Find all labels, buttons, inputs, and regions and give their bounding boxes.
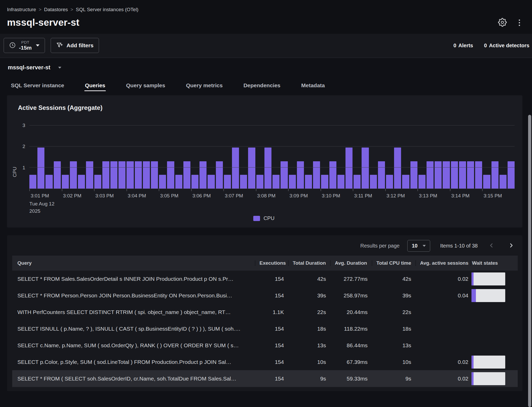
scrollbar-thumb[interactable] bbox=[528, 115, 531, 407]
chart-bar bbox=[272, 175, 280, 189]
entity-name: mssql-server-st bbox=[8, 64, 50, 71]
x-axis: Tue Aug 12 2025 3:01 PM3:02 PM3:03 PM3:0… bbox=[29, 189, 515, 215]
tab-queries[interactable]: Queries bbox=[84, 82, 106, 95]
x-tick-label: 3:05 PM bbox=[159, 193, 178, 199]
table-row[interactable]: WITH PerfCounters SELECT DISTINCT RTRIM … bbox=[12, 304, 518, 321]
add-filters-label: Add filters bbox=[66, 42, 94, 49]
x-tick bbox=[29, 189, 30, 191]
breadcrumb-infrastructure[interactable]: Infrastructure bbox=[7, 7, 36, 12]
chart-bar bbox=[329, 161, 336, 189]
x-tick bbox=[321, 189, 321, 191]
wait-states-bar bbox=[471, 372, 505, 385]
avg-duration-cell: 20.44ms bbox=[330, 309, 372, 315]
x-tick-label: 3:10 PM bbox=[321, 193, 340, 199]
column-header-wait-states[interactable]: Wait states bbox=[470, 260, 518, 266]
chart-bar bbox=[175, 175, 182, 189]
column-header-avg-duration[interactable]: Avg. Duration bbox=[330, 260, 372, 266]
x-tick-label: 3:11 PM bbox=[353, 193, 372, 199]
chart-bar bbox=[289, 175, 296, 189]
next-page-button[interactable] bbox=[505, 241, 517, 251]
table-row[interactable]: SELECT * FROM Sales.SalesOrderDetail s I… bbox=[12, 271, 518, 287]
chart-bar bbox=[151, 161, 158, 189]
chart-bar bbox=[37, 148, 44, 189]
avg-active-sessions-cell: 0.02 bbox=[415, 376, 470, 382]
chart-legend[interactable]: CPU bbox=[13, 215, 515, 221]
chart-bar bbox=[62, 175, 69, 189]
y-tick-label: 3 bbox=[17, 122, 25, 129]
x-tick-label: 3:14 PM bbox=[450, 193, 470, 199]
column-header-total-duration[interactable]: Total Duration bbox=[288, 260, 330, 266]
column-header-avg-active-sessions[interactable]: Avg. active sessions bbox=[415, 260, 470, 266]
column-header-executions[interactable]: Executions bbox=[255, 260, 288, 266]
chart-bar bbox=[508, 161, 515, 189]
chart-bar bbox=[248, 148, 255, 189]
chart-bar bbox=[281, 161, 288, 189]
x-tick bbox=[127, 189, 127, 191]
alerts-count[interactable]: 0Alerts bbox=[453, 43, 473, 49]
clock-icon bbox=[9, 42, 16, 49]
table-row[interactable]: SELECT p.Color, p.Style, SUM ( sod.LineT… bbox=[12, 354, 518, 370]
chart-bar bbox=[256, 175, 263, 189]
total-cpu-time-cell: 39s bbox=[372, 292, 415, 299]
chart-bar bbox=[378, 161, 385, 189]
x-date-line1: Tue Aug 12 bbox=[29, 200, 54, 208]
executions-cell: 154 bbox=[255, 342, 288, 349]
breadcrumb-separator: > bbox=[70, 7, 73, 12]
total-cpu-time-cell: 22s bbox=[372, 309, 415, 315]
add-filters-button[interactable]: Add filters bbox=[51, 38, 99, 53]
total-cpu-time-cell: 42s bbox=[372, 276, 415, 282]
x-tick bbox=[353, 189, 353, 191]
time-range-picker[interactable]: PDT -15m bbox=[4, 38, 45, 53]
gear-icon bbox=[498, 18, 507, 28]
x-tick-label: 3:09 PM bbox=[288, 193, 308, 199]
total-cpu-time-cell: 18s bbox=[372, 326, 415, 332]
table-row[interactable]: SELECT ISNULL ( p.Name, ? ), ISNULL ( CA… bbox=[12, 321, 518, 337]
x-tick-label: 3:15 PM bbox=[482, 193, 502, 199]
table-header: QueryExecutionsTotal DurationAvg. Durati… bbox=[12, 256, 518, 271]
page-size-select[interactable]: 10 bbox=[407, 240, 430, 252]
table-row[interactable]: SELECT * FROM Person.Person JOIN Person.… bbox=[12, 287, 518, 304]
query-cell: SELECT c.Name, p.Name, SUM ( sod.OrderQt… bbox=[12, 342, 255, 349]
x-tick bbox=[482, 189, 483, 191]
tab-dependencies[interactable]: Dependencies bbox=[243, 82, 281, 95]
x-tick-label: 3:04 PM bbox=[127, 193, 146, 199]
column-header-total-cpu-time[interactable]: Total CPU time bbox=[372, 260, 415, 266]
avg-active-sessions-cell: 0.04 bbox=[415, 292, 470, 299]
filter-plus-icon bbox=[56, 42, 63, 50]
page-title: mssql-server-st bbox=[7, 17, 79, 28]
tab-sql-server-instance[interactable]: SQL Server instance bbox=[10, 82, 65, 95]
x-tick bbox=[223, 189, 224, 191]
table-row[interactable]: SELECT * FROM ( SELECT soh.SalesOrderID,… bbox=[12, 370, 518, 387]
time-zone-label: PDT bbox=[21, 40, 30, 45]
y-tick-label: 1 bbox=[17, 165, 25, 171]
avg-duration-cell: 118.22ms bbox=[330, 326, 372, 332]
more-options-button[interactable] bbox=[519, 19, 520, 26]
x-tick-label: 3:07 PM bbox=[223, 193, 243, 199]
previous-page-button[interactable] bbox=[486, 241, 497, 251]
chart-card: Active Sessions (Aggregate) CPU 123 Tue … bbox=[7, 95, 522, 228]
bars bbox=[29, 123, 515, 189]
chart-bar bbox=[297, 161, 304, 189]
entity-selector[interactable]: mssql-server-st bbox=[0, 64, 532, 71]
wait-states-cell bbox=[470, 356, 518, 369]
breadcrumb-sql-server-instances[interactable]: SQL Server instances (OTel) bbox=[76, 7, 138, 12]
executions-cell: 154 bbox=[255, 276, 288, 282]
queries-table: QueryExecutionsTotal DurationAvg. Durati… bbox=[7, 256, 522, 387]
chevron-down-icon bbox=[58, 67, 61, 69]
column-header-query[interactable]: Query bbox=[12, 260, 255, 266]
tab-query-samples[interactable]: Query samples bbox=[125, 82, 166, 95]
tab-query-metrics[interactable]: Query metrics bbox=[185, 82, 223, 95]
breadcrumb-datastores[interactable]: Datastores bbox=[44, 7, 68, 12]
table-row[interactable]: SELECT c.Name, p.Name, SUM ( sod.OrderQt… bbox=[12, 337, 518, 354]
results-per-page-label: Results per page bbox=[360, 243, 400, 249]
chart-bar bbox=[78, 175, 85, 189]
chart-bar bbox=[224, 175, 231, 189]
active-detectors-count[interactable]: 0Active detectors bbox=[484, 43, 529, 49]
query-cell: WITH PerfCounters SELECT DISTINCT RTRIM … bbox=[12, 309, 255, 315]
settings-button[interactable] bbox=[498, 18, 507, 28]
chart-plot bbox=[29, 123, 515, 189]
chart-bar bbox=[159, 175, 166, 189]
x-tick bbox=[191, 189, 192, 191]
y-tick-label: 2 bbox=[17, 143, 25, 150]
tab-metadata[interactable]: Metadata bbox=[301, 82, 325, 95]
